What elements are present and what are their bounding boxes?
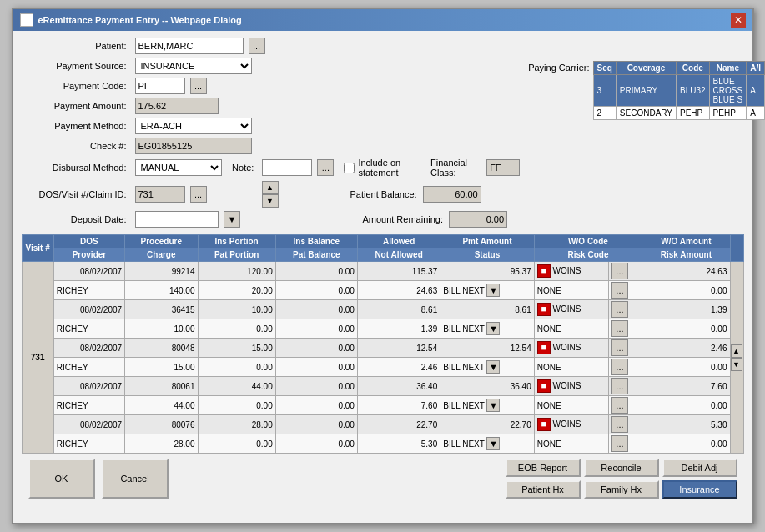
include-statement-checkbox[interactable] bbox=[344, 163, 355, 173]
wo-code-red-indicator[interactable]: ■ bbox=[537, 341, 551, 354]
patient-input[interactable] bbox=[135, 38, 244, 54]
wo-code-browse-cell: ... bbox=[608, 300, 642, 319]
grid-subcol-not-allowed: Not Allowed bbox=[357, 248, 440, 262]
grid-row: 08/02/2007 80048 15.00 0.00 12.54 12.54 … bbox=[22, 339, 743, 358]
dialog-icon: e bbox=[20, 13, 33, 27]
ok-button[interactable]: OK bbox=[28, 459, 95, 499]
scroll-down-button[interactable]: ▼ bbox=[262, 194, 279, 208]
family-hx-button[interactable]: Family Hx bbox=[584, 480, 659, 499]
status-dropdown-button[interactable]: ▼ bbox=[486, 437, 500, 450]
payment-code-input[interactable] bbox=[135, 78, 185, 94]
reconcile-button[interactable]: Reconcile bbox=[584, 459, 659, 477]
risk-code-browse-button[interactable]: ... bbox=[611, 320, 628, 337]
patient-browse-button[interactable]: ... bbox=[249, 38, 265, 54]
ins-portion-cell: 44.00 bbox=[198, 377, 275, 396]
pat-portion-cell: 0.00 bbox=[198, 434, 275, 454]
risk-code-browse-button[interactable]: ... bbox=[611, 359, 628, 375]
payment-amount-input[interactable] bbox=[135, 98, 219, 114]
carrier-row-secondary[interactable]: 2 SECONDARY PEHP PEHP A bbox=[593, 107, 764, 120]
allowed-cell: 12.54 bbox=[357, 339, 440, 358]
not-allowed-cell: 5.30 bbox=[357, 434, 440, 454]
wo-code-browse-button[interactable]: ... bbox=[611, 301, 628, 318]
grid-row-sub: RICHEY 10.00 0.00 0.00 1.39 BILL NEXT ▼ … bbox=[22, 319, 743, 339]
patient-hx-button[interactable]: Patient Hx bbox=[506, 480, 581, 499]
wo-code-browse-button[interactable]: ... bbox=[611, 263, 628, 279]
dos-cell: 08/02/2007 bbox=[53, 415, 124, 434]
risk-amount-cell: 0.00 bbox=[642, 319, 730, 339]
carrier-code: BLU32 bbox=[677, 75, 710, 107]
carrier-name: BLUE CROSS BLUE S bbox=[709, 75, 747, 107]
disbursal-method-select[interactable]: MANUAL AUTO bbox=[135, 159, 223, 176]
wo-code-cell: ■ WOINS bbox=[534, 339, 608, 358]
risk-code-browse-cell: ... bbox=[608, 319, 642, 339]
wo-amount-cell: 5.30 bbox=[642, 415, 730, 434]
payment-source-select[interactable]: INSURANCE PATIENT OTHER bbox=[135, 58, 252, 74]
carrier-col-code: Code bbox=[677, 62, 710, 75]
status-dropdown-button[interactable]: ▼ bbox=[486, 322, 500, 335]
check-num-label: Check #: bbox=[22, 141, 130, 151]
status-cell: BILL NEXT ▼ bbox=[440, 434, 535, 454]
risk-code-cell: NONE bbox=[534, 434, 608, 454]
carrier-coverage: PRIMARY bbox=[616, 75, 676, 107]
payment-method-select[interactable]: ERA-ACH CHECK EFT bbox=[135, 118, 252, 134]
wo-code-red-indicator[interactable]: ■ bbox=[537, 418, 551, 431]
deposit-date-calendar-button[interactable]: ▼ bbox=[224, 211, 241, 228]
dos-cell: 08/02/2007 bbox=[53, 262, 124, 281]
wo-code-red-indicator[interactable]: ■ bbox=[537, 303, 551, 316]
risk-code-browse-button[interactable]: ... bbox=[611, 282, 628, 299]
grid-subcol-risk-code: Risk Code bbox=[534, 248, 642, 262]
patient-row: Patient: ... bbox=[22, 38, 744, 54]
ins-balance-cell: 0.00 bbox=[275, 415, 357, 434]
status-cell: BILL NEXT ▼ bbox=[440, 319, 535, 339]
cancel-button[interactable]: Cancel bbox=[102, 459, 169, 499]
payment-source-label: Payment Source: bbox=[22, 61, 130, 71]
dos-claim-browse-button[interactable]: ... bbox=[190, 186, 207, 203]
note-browse-button[interactable]: ... bbox=[317, 159, 334, 176]
paying-carrier-label: Paying Carrier: bbox=[528, 63, 589, 73]
amount-remaining-value bbox=[449, 211, 507, 228]
check-num-input[interactable] bbox=[135, 138, 252, 154]
scroll-up-button[interactable]: ▲ bbox=[262, 181, 279, 194]
wo-code-browse-button[interactable]: ... bbox=[611, 416, 628, 433]
close-button[interactable]: ✕ bbox=[731, 13, 746, 28]
patient-label: Patient: bbox=[22, 41, 130, 51]
deposit-date-row: Deposit Date: ▼ Amount Remaining: bbox=[22, 211, 521, 228]
wo-code-browse-button[interactable]: ... bbox=[611, 339, 628, 356]
insurance-button[interactable]: Insurance bbox=[662, 480, 737, 499]
deposit-date-input[interactable] bbox=[135, 211, 219, 228]
financial-class-label: Financial Class: bbox=[430, 158, 478, 178]
status-dropdown-button[interactable]: ▼ bbox=[486, 399, 500, 412]
provider-cell: RICHEY bbox=[53, 281, 124, 300]
provider-cell: RICHEY bbox=[53, 396, 124, 415]
wo-code-browse-button[interactable]: ... bbox=[611, 378, 628, 394]
procedure-cell: 80061 bbox=[125, 377, 198, 396]
payment-code-browse-button[interactable]: ... bbox=[190, 78, 207, 94]
status-cell: BILL NEXT ▼ bbox=[440, 396, 535, 415]
wo-code-red-indicator[interactable]: ■ bbox=[537, 264, 551, 278]
grid-scroll-down[interactable]: ▼ bbox=[731, 358, 742, 371]
pat-portion-cell: 20.00 bbox=[198, 281, 275, 300]
pat-balance-cell: 0.00 bbox=[275, 281, 357, 300]
wo-amount-cell: 1.39 bbox=[642, 300, 730, 319]
carrier-row-primary[interactable]: 3 PRIMARY BLU32 BLUE CROSS BLUE S A bbox=[593, 75, 764, 107]
wo-code-browse-cell: ... bbox=[608, 377, 642, 396]
dos-claim-input[interactable] bbox=[135, 186, 185, 203]
eob-report-button[interactable]: EOB Report bbox=[506, 459, 581, 477]
wo-code-red-indicator[interactable]: ■ bbox=[537, 379, 551, 393]
risk-code-browse-button[interactable]: ... bbox=[611, 397, 628, 414]
dos-cell: 08/02/2007 bbox=[53, 339, 124, 358]
note-input[interactable] bbox=[262, 159, 312, 176]
debit-adj-button[interactable]: Debit Adj bbox=[662, 459, 737, 477]
wo-amount-cell: 7.60 bbox=[642, 377, 730, 396]
risk-code-cell: NONE bbox=[534, 358, 608, 377]
payment-source-row: Payment Source: INSURANCE PATIENT OTHER bbox=[22, 58, 521, 74]
risk-code-browse-cell: ... bbox=[608, 281, 642, 300]
carrier-col-ai: A/I bbox=[747, 62, 765, 75]
financial-class-input[interactable] bbox=[486, 159, 520, 176]
grid-col-pmt-amount: Pmt Amount bbox=[440, 235, 535, 248]
status-dropdown-button[interactable]: ▼ bbox=[486, 360, 500, 374]
risk-code-browse-button[interactable]: ... bbox=[611, 435, 628, 452]
disbursal-method-row: Disbursal Method: MANUAL AUTO Note: ... … bbox=[22, 158, 521, 178]
status-dropdown-button[interactable]: ▼ bbox=[486, 284, 500, 297]
grid-scroll-up[interactable]: ▲ bbox=[731, 344, 742, 358]
